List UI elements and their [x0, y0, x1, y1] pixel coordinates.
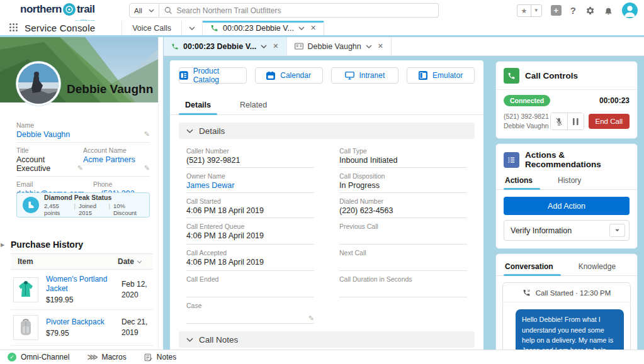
user-avatar[interactable] [622, 3, 638, 18]
actions-tabs: Actions History [496, 170, 637, 190]
subtab-call[interactable]: 00:00:23 Debbie V... ✕ [164, 37, 287, 55]
field-label: Phone [93, 180, 141, 188]
column-header-date[interactable]: Date [118, 257, 153, 266]
chevron-down-icon[interactable]: ▼ [531, 8, 541, 13]
search-icon [164, 6, 172, 14]
macros-button[interactable]: ⋙ Macros [87, 353, 126, 361]
notes-button[interactable]: Notes [144, 353, 176, 361]
product-link[interactable]: Pivoter Backpack [46, 317, 114, 327]
chevron-down-icon [186, 129, 193, 133]
subtab-contact[interactable]: Debbie Vaughn ✕ [287, 37, 392, 55]
contact-name: Debbie Vaughn [67, 82, 153, 96]
caller-info: (521) 392-9821 Debbie Vaughn [504, 112, 549, 131]
hold-pause-button[interactable] [567, 113, 584, 130]
edit-pencil-icon[interactable]: ✎ [77, 164, 83, 172]
panel-collapse-handle[interactable]: ▶ [1, 242, 4, 248]
subtab-call-label: 00:00:23 Debbie V... [183, 42, 256, 51]
favorites-widget[interactable]: ★ ▼ [517, 4, 542, 17]
workspace-tab-call[interactable]: 00:00:23 Debbie V... ✕ [202, 21, 324, 35]
help-icon[interactable]: ? [570, 5, 576, 16]
chevron-down-icon[interactable] [366, 45, 372, 48]
edit-pencil-icon[interactable]: ✎ [144, 164, 150, 172]
field-caller-number: Caller Number (521) 392-9821 [186, 143, 314, 168]
column-header-item[interactable]: Item [18, 257, 118, 266]
field-call-type: Call Type Inbound Initiated [339, 143, 467, 168]
field-call-disposition: Call Disposition In Progress [339, 168, 467, 193]
tab-actions[interactable]: Actions [504, 172, 534, 189]
subtab-close-icon[interactable]: ✕ [378, 42, 383, 50]
app-launcher-icon[interactable] [9, 23, 18, 35]
tab-related[interactable]: Related [234, 98, 273, 114]
contact-avatar[interactable] [16, 62, 60, 106]
console-nav-bar: Service Console Voice Calls 00:00:23 Deb… [0, 21, 644, 35]
subtab-contact-label: Debbie Vaughn [308, 42, 361, 51]
global-search: All [129, 3, 439, 18]
field-owner-name: Owner Name James Dewar [186, 168, 314, 193]
notifications-bell-icon[interactable] [604, 6, 613, 16]
tab-options-chevron[interactable] [298, 26, 305, 30]
details-section-header[interactable]: Details [179, 123, 475, 139]
field-next-call: Next Call [339, 245, 467, 271]
purchase-history-table: Item Date Women's Portland Jacket $199. [11, 253, 153, 346]
muted-mic-icon [555, 118, 563, 126]
field-row-title-account: Title Account Executive ✎ Account Name A… [16, 143, 150, 177]
calendar-button[interactable]: Calendar [255, 67, 323, 84]
workspace: 00:00:23 Debbie V... ✕ Debbie Vaughn ✕ [0, 37, 644, 350]
end-call-button[interactable]: End Call [589, 114, 630, 129]
conversation-card: Conversation Knowledge Call Started · 12… [495, 253, 638, 364]
global-actions-icon[interactable]: + [551, 5, 562, 16]
search-scope-select[interactable]: All [129, 3, 159, 18]
field-dialed-number: Dialed Number (220) 623-4563 [339, 193, 467, 218]
product-catalog-button[interactable]: Product Catalog [179, 67, 247, 84]
scrollbar-gutter[interactable] [158, 37, 163, 350]
chevron-down-icon [614, 229, 620, 232]
edit-pencil-icon[interactable]: ✎ [308, 314, 314, 323]
tab-details[interactable]: Details [179, 98, 217, 114]
chevron-down-icon [186, 338, 193, 342]
table-header: Item Date [11, 253, 153, 270]
voice-calls-dropdown[interactable] [181, 21, 202, 35]
setup-gear-icon[interactable] [585, 6, 595, 16]
product-link[interactable]: Women's Portland Jacket [46, 275, 114, 294]
edit-pencil-icon[interactable]: ✎ [144, 130, 150, 138]
contact-sidebar: Debbie Vaughn Name Debbie Vaughn ✎ Title… [0, 37, 163, 350]
logo-text-northern: northern [20, 3, 62, 16]
catalog-icon [179, 71, 188, 80]
mute-button[interactable] [551, 113, 567, 130]
chevron-down-icon[interactable] [261, 45, 267, 48]
sort-chevron-icon [137, 260, 142, 263]
header-icon-group: ★ ▼ + ? [517, 3, 638, 18]
star-icon[interactable]: ★ [517, 5, 531, 16]
tab-knowledge[interactable]: Knowledge [577, 258, 617, 275]
call-started-row: Call Started · 12:30 PM [503, 283, 630, 302]
nav-tab-voice-calls[interactable]: Voice Calls [121, 21, 181, 35]
title-value: Account Executive [16, 155, 74, 173]
omni-channel-button[interactable]: ✓ Omni-Channel [8, 353, 69, 361]
call-notes-section-header[interactable]: Call Notes [179, 331, 475, 348]
intranet-button[interactable]: Intranet [331, 67, 399, 84]
tab-close-icon[interactable]: ✕ [310, 24, 316, 32]
add-action-button[interactable]: Add Action [504, 197, 630, 215]
subtab-close-icon[interactable]: ✕ [273, 42, 278, 50]
recommendation-item[interactable]: Verify Information [504, 220, 630, 241]
contact-name-link[interactable]: Debbie Vaughn [16, 130, 141, 139]
loyalty-title: Diamond Peak Status [44, 194, 144, 201]
quick-launch-buttons: Product Catalog Calendar Intranet Emulat… [170, 60, 483, 89]
actions-recommendations-card: Actions & Recommendations Actions Histor… [495, 143, 638, 249]
tab-history[interactable]: History [556, 172, 582, 189]
tab-conversation[interactable]: Conversation [504, 258, 555, 275]
field-label: Title [16, 146, 74, 154]
emulator-button[interactable]: Emulator [407, 67, 475, 84]
account-link[interactable]: Acme Partners [83, 155, 141, 164]
field-call-duration: Call Duration in Seconds [339, 271, 467, 297]
actions-list-icon [504, 152, 519, 168]
product-price: $199.95 [46, 295, 114, 304]
owner-link[interactable]: James Dewar [186, 181, 304, 190]
search-input[interactable] [176, 6, 433, 15]
logo-compass-icon [63, 3, 76, 16]
phone-icon [210, 24, 218, 32]
recommendation-dropdown[interactable] [609, 224, 625, 237]
field-label: Name [16, 121, 141, 129]
product-image-backpack [13, 315, 38, 340]
recommendation-label: Verify Information [511, 226, 572, 235]
